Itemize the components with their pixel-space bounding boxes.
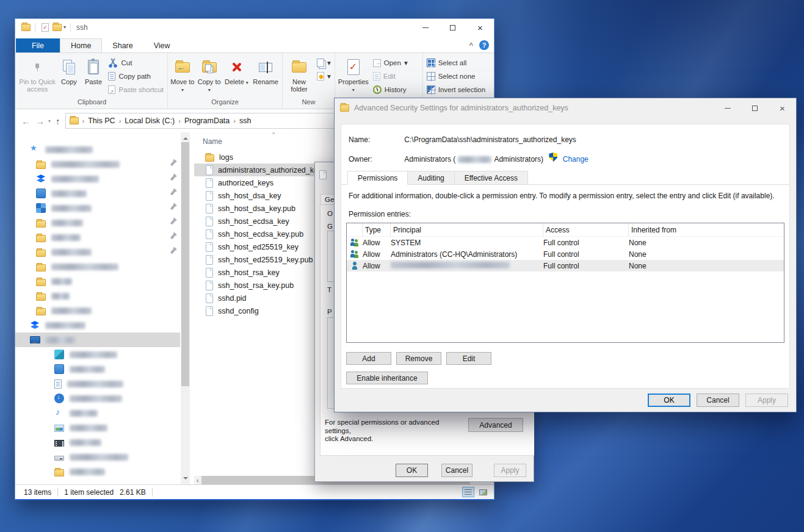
sidebar-item[interactable] (15, 245, 180, 259)
invert-selection-button[interactable]: Invert selection (424, 83, 488, 96)
permission-entry-row[interactable]: Allow SYSTEM Full control None (347, 237, 784, 248)
paste-shortcut-button[interactable]: Paste shortcut (106, 83, 166, 96)
copy-button[interactable]: Copy (57, 55, 81, 98)
tab-home[interactable]: Home (60, 38, 102, 52)
close-button[interactable]: × (769, 99, 796, 118)
sidebar-item[interactable] (15, 259, 180, 274)
remove-button[interactable]: Remove (396, 352, 441, 365)
move-to-button[interactable]: Move to ▾ (169, 55, 196, 98)
sidebar-item[interactable] (15, 362, 180, 376)
dialog-tab[interactable]: Effective Access (454, 171, 528, 185)
enable-inheritance-button[interactable]: Enable inheritance (346, 372, 428, 384)
select-all-button[interactable]: Select all (424, 56, 488, 70)
tab-file[interactable]: File (16, 38, 60, 52)
quick-access-properties-icon[interactable] (42, 23, 49, 32)
dialog-tab[interactable]: Permissions (347, 171, 408, 185)
sidebar-item[interactable] (15, 215, 180, 230)
quick-access-new-folder-icon[interactable] (53, 24, 62, 31)
maximize-button[interactable] (439, 19, 466, 36)
sidebar-item[interactable] (15, 450, 180, 464)
add-button[interactable]: Add (346, 352, 391, 365)
change-owner-link[interactable]: Change (563, 155, 589, 164)
recent-locations-icon[interactable]: ▾ (48, 118, 51, 124)
access-column-header[interactable]: Access (543, 223, 629, 237)
sidebar-scrollbar[interactable] (181, 132, 190, 484)
advanced-button[interactable]: Advanced (468, 418, 523, 432)
sidebar-item[interactable] (15, 201, 180, 215)
sidebar-item[interactable] (15, 230, 180, 245)
sidebar-item[interactable] (15, 391, 180, 406)
edit-button[interactable]: Edit (446, 352, 491, 365)
sidebar-item[interactable] (15, 347, 180, 362)
new-folder-button[interactable]: New folder (284, 55, 314, 98)
copy-to-button[interactable]: Copy to ▾ (196, 55, 223, 98)
scrollbar-thumb[interactable] (181, 142, 189, 386)
back-button[interactable]: ← (21, 116, 31, 126)
copy-path-button[interactable]: Copy path (106, 70, 166, 83)
dropdown-caret-icon: ▾ (352, 87, 355, 93)
easy-access-button[interactable]: ▾ (314, 70, 333, 83)
minimize-button[interactable] (411, 19, 439, 36)
thumbnail-view-button[interactable] (477, 487, 489, 497)
up-button[interactable]: ↑ (56, 116, 60, 126)
breadcrumb-segment[interactable]: ProgramData (184, 117, 230, 125)
breadcrumb-segment[interactable]: Local Disk (C:) (125, 117, 175, 125)
dialog-tab[interactable]: Auditing (407, 171, 454, 185)
history-button[interactable]: History (371, 83, 410, 96)
sidebar-item[interactable] (15, 142, 180, 157)
sidebar-item[interactable] (15, 186, 180, 201)
advanced-hint: For special permissions or advanced sett… (325, 419, 466, 444)
permission-entry-row[interactable]: Allow Administrators (CC-HQ\Administrato… (347, 248, 784, 260)
details-view-button[interactable] (462, 487, 474, 497)
sidebar-item[interactable] (15, 318, 180, 332)
open-arrow-icon (373, 59, 381, 67)
breadcrumb-segment[interactable]: This PC (88, 117, 115, 125)
rename-button[interactable]: Rename (250, 55, 281, 98)
dialog-title: Advanced Security Settings for administr… (354, 104, 714, 112)
sidebar-item[interactable] (15, 464, 180, 479)
sidebar-item[interactable] (15, 406, 180, 420)
delete-button[interactable]: Delete ▾ (223, 55, 251, 98)
principal-column-header[interactable]: Principal (391, 223, 543, 237)
select-none-button[interactable]: Select none (424, 70, 488, 83)
redacted-label (51, 234, 81, 241)
cancel-button[interactable]: Cancel (441, 464, 473, 477)
tab-share[interactable]: Share (102, 38, 143, 52)
open-button[interactable]: Open ▾ (371, 56, 410, 70)
cut-button[interactable]: Cut (106, 56, 166, 70)
paste-button[interactable]: Paste (81, 55, 106, 98)
group-names-label-fragment: G (327, 223, 333, 230)
new-item-button[interactable]: ▾ (314, 56, 333, 70)
forward-button[interactable]: → (35, 116, 45, 126)
column-header-name[interactable]: Name (203, 137, 222, 146)
sidebar-item[interactable] (15, 171, 180, 186)
sidebar-item[interactable] (15, 157, 180, 171)
pin-to-quick-access-button[interactable]: Pin to Quick access (18, 55, 57, 98)
help-icon[interactable]: ? (479, 40, 489, 50)
sidebar-item[interactable] (15, 376, 180, 391)
sidebar-item[interactable] (15, 435, 180, 450)
sidebar-item[interactable] (15, 420, 180, 435)
sidebar-item[interactable] (15, 303, 180, 318)
scroll-up-icon[interactable] (183, 135, 188, 140)
edit-button[interactable]: Edit (371, 70, 410, 83)
close-button[interactable]: × (466, 19, 494, 36)
breadcrumb-segment[interactable]: ssh (239, 117, 251, 125)
ok-button[interactable]: OK (648, 394, 690, 407)
permission-entry-row[interactable]: Allow Full control None (347, 260, 784, 271)
tab-view[interactable]: View (143, 38, 181, 52)
sidebar-item[interactable] (15, 332, 180, 347)
maximize-button[interactable] (741, 99, 769, 118)
scroll-left-icon[interactable]: ‹ (194, 476, 201, 484)
properties-button[interactable]: Properties ▾ (336, 55, 371, 98)
cancel-button[interactable]: Cancel (697, 394, 739, 407)
type-column-header[interactable]: Type (363, 223, 391, 237)
scroll-down-icon[interactable] (183, 477, 188, 482)
sidebar-item[interactable] (15, 289, 180, 303)
sidebar-item[interactable] (15, 274, 180, 289)
sidebar-item-icon (54, 456, 64, 461)
qat-dropdown-icon[interactable]: ▾ (63, 25, 66, 30)
collapse-ribbon-icon[interactable]: ^ (469, 41, 473, 49)
ok-button[interactable]: OK (396, 464, 428, 477)
inherited-from-column-header[interactable]: Inherited from (629, 223, 784, 237)
